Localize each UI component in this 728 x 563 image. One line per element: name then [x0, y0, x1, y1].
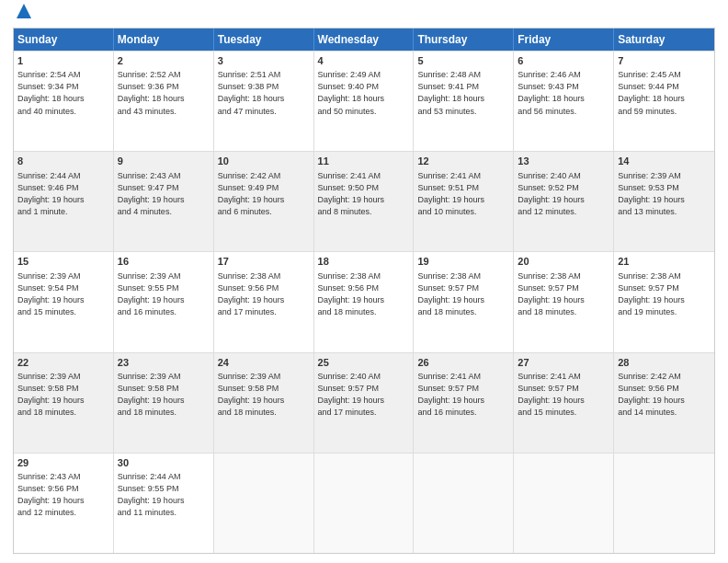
cal-cell-4-0: 29Sunrise: 2:43 AMSunset: 9:56 PMDayligh… — [14, 454, 114, 553]
cal-cell-2-1: 16Sunrise: 2:39 AMSunset: 9:55 PMDayligh… — [114, 252, 214, 351]
header-tuesday: Tuesday — [214, 29, 314, 51]
calendar-body: 1Sunrise: 2:54 AMSunset: 9:34 PMDaylight… — [14, 51, 714, 553]
day-num-2-1: 16 — [118, 255, 210, 269]
cell-text-2-6: Sunrise: 2:38 AMSunset: 9:57 PMDaylight:… — [618, 270, 711, 318]
day-num-3-2: 24 — [218, 356, 310, 370]
cell-text-1-3: Sunrise: 2:41 AMSunset: 9:50 PMDaylight:… — [318, 170, 410, 218]
cal-cell-1-3: 11Sunrise: 2:41 AMSunset: 9:50 PMDayligh… — [314, 152, 415, 251]
cal-cell-2-0: 15Sunrise: 2:39 AMSunset: 9:54 PMDayligh… — [14, 252, 114, 351]
cell-text-3-6: Sunrise: 2:42 AMSunset: 9:56 PMDaylight:… — [618, 371, 711, 419]
cell-text-3-2: Sunrise: 2:39 AMSunset: 9:58 PMDaylight:… — [218, 371, 310, 419]
cal-row-1: 8Sunrise: 2:44 AMSunset: 9:46 PMDaylight… — [14, 151, 714, 251]
cell-text-1-0: Sunrise: 2:44 AMSunset: 9:46 PMDaylight:… — [17, 170, 109, 218]
cal-cell-4-4 — [414, 454, 514, 553]
day-num-2-4: 19 — [417, 255, 509, 269]
cal-cell-4-3 — [314, 454, 415, 553]
cal-cell-1-6: 14Sunrise: 2:39 AMSunset: 9:53 PMDayligh… — [614, 152, 714, 251]
cell-text-0-0: Sunrise: 2:54 AMSunset: 9:34 PMDaylight:… — [17, 69, 109, 117]
cal-cell-0-4: 5Sunrise: 2:48 AMSunset: 9:41 PMDaylight… — [414, 52, 514, 151]
cell-text-2-2: Sunrise: 2:38 AMSunset: 9:56 PMDaylight:… — [218, 270, 310, 318]
cal-cell-0-1: 2Sunrise: 2:52 AMSunset: 9:36 PMDaylight… — [114, 52, 214, 151]
day-num-3-5: 27 — [518, 356, 609, 370]
cal-row-4: 29Sunrise: 2:43 AMSunset: 9:56 PMDayligh… — [14, 453, 714, 553]
cal-cell-3-3: 25Sunrise: 2:40 AMSunset: 9:57 PMDayligh… — [314, 353, 415, 453]
cell-text-0-6: Sunrise: 2:45 AMSunset: 9:44 PMDaylight:… — [618, 69, 711, 117]
day-num-1-1: 9 — [118, 155, 210, 168]
cal-cell-2-2: 17Sunrise: 2:38 AMSunset: 9:56 PMDayligh… — [214, 252, 314, 351]
cal-cell-4-2 — [214, 454, 314, 553]
cell-text-2-1: Sunrise: 2:39 AMSunset: 9:55 PMDaylight:… — [118, 270, 210, 318]
cal-cell-3-4: 26Sunrise: 2:41 AMSunset: 9:57 PMDayligh… — [414, 353, 514, 453]
day-num-0-5: 6 — [518, 54, 609, 68]
cal-cell-3-1: 23Sunrise: 2:39 AMSunset: 9:58 PMDayligh… — [114, 353, 214, 453]
header — [13, 9, 715, 20]
cell-text-2-3: Sunrise: 2:38 AMSunset: 9:56 PMDaylight:… — [318, 270, 410, 318]
cell-text-0-4: Sunrise: 2:48 AMSunset: 9:41 PMDaylight:… — [417, 69, 509, 117]
header-sunday: Sunday — [14, 29, 114, 51]
page: Sunday Monday Tuesday Wednesday Thursday… — [0, 0, 728, 563]
day-num-1-6: 14 — [618, 155, 711, 168]
cell-text-3-1: Sunrise: 2:39 AMSunset: 9:58 PMDaylight:… — [118, 371, 210, 419]
cell-text-2-4: Sunrise: 2:38 AMSunset: 9:57 PMDaylight:… — [417, 270, 509, 318]
day-num-1-4: 12 — [417, 155, 509, 168]
day-num-1-3: 11 — [318, 155, 410, 168]
cal-row-0: 1Sunrise: 2:54 AMSunset: 9:34 PMDaylight… — [14, 51, 714, 151]
cell-text-1-2: Sunrise: 2:42 AMSunset: 9:49 PMDaylight:… — [218, 170, 310, 218]
cell-text-2-5: Sunrise: 2:38 AMSunset: 9:57 PMDaylight:… — [518, 270, 609, 318]
day-num-0-3: 4 — [318, 54, 410, 68]
cal-row-3: 22Sunrise: 2:39 AMSunset: 9:58 PMDayligh… — [14, 352, 714, 453]
day-num-3-0: 22 — [17, 356, 109, 370]
svg-marker-0 — [17, 4, 31, 18]
cal-cell-4-5 — [514, 454, 614, 553]
cal-cell-1-2: 10Sunrise: 2:42 AMSunset: 9:49 PMDayligh… — [214, 152, 314, 251]
cal-cell-1-5: 13Sunrise: 2:40 AMSunset: 9:52 PMDayligh… — [514, 152, 614, 251]
cell-text-4-1: Sunrise: 2:44 AMSunset: 9:55 PMDaylight:… — [118, 471, 210, 519]
cal-cell-1-4: 12Sunrise: 2:41 AMSunset: 9:51 PMDayligh… — [414, 152, 514, 251]
day-num-3-3: 25 — [318, 356, 410, 370]
cal-cell-0-6: 7Sunrise: 2:45 AMSunset: 9:44 PMDaylight… — [614, 52, 714, 151]
cell-text-2-0: Sunrise: 2:39 AMSunset: 9:54 PMDaylight:… — [17, 270, 109, 318]
cal-cell-3-5: 27Sunrise: 2:41 AMSunset: 9:57 PMDayligh… — [514, 353, 614, 453]
day-num-1-0: 8 — [17, 155, 109, 168]
day-num-4-0: 29 — [17, 456, 109, 470]
cell-text-4-0: Sunrise: 2:43 AMSunset: 9:56 PMDaylight:… — [17, 471, 109, 519]
cell-text-0-3: Sunrise: 2:49 AMSunset: 9:40 PMDaylight:… — [318, 69, 410, 117]
day-num-1-5: 13 — [518, 155, 609, 168]
day-num-4-1: 30 — [118, 456, 210, 470]
cal-cell-0-3: 4Sunrise: 2:49 AMSunset: 9:40 PMDaylight… — [314, 52, 415, 151]
cal-cell-0-0: 1Sunrise: 2:54 AMSunset: 9:34 PMDaylight… — [14, 52, 114, 151]
calendar: Sunday Monday Tuesday Wednesday Thursday… — [13, 28, 715, 554]
cell-text-3-3: Sunrise: 2:40 AMSunset: 9:57 PMDaylight:… — [318, 371, 410, 419]
cell-text-3-0: Sunrise: 2:39 AMSunset: 9:58 PMDaylight:… — [17, 371, 109, 419]
calendar-header: Sunday Monday Tuesday Wednesday Thursday… — [14, 29, 714, 51]
cell-text-3-5: Sunrise: 2:41 AMSunset: 9:57 PMDaylight:… — [518, 371, 609, 419]
cal-cell-4-1: 30Sunrise: 2:44 AMSunset: 9:55 PMDayligh… — [114, 454, 214, 553]
day-num-0-2: 3 — [218, 54, 310, 68]
header-wednesday: Wednesday — [314, 29, 415, 51]
cell-text-0-2: Sunrise: 2:51 AMSunset: 9:38 PMDaylight:… — [218, 69, 310, 117]
day-num-0-1: 2 — [118, 54, 210, 68]
header-friday: Friday — [514, 29, 614, 51]
cell-text-1-1: Sunrise: 2:43 AMSunset: 9:47 PMDaylight:… — [118, 170, 210, 218]
cell-text-3-4: Sunrise: 2:41 AMSunset: 9:57 PMDaylight:… — [417, 371, 509, 419]
logo — [13, 9, 33, 20]
cal-cell-1-0: 8Sunrise: 2:44 AMSunset: 9:46 PMDaylight… — [14, 152, 114, 251]
cal-cell-3-0: 22Sunrise: 2:39 AMSunset: 9:58 PMDayligh… — [14, 353, 114, 453]
cal-cell-2-4: 19Sunrise: 2:38 AMSunset: 9:57 PMDayligh… — [414, 252, 514, 351]
day-num-2-2: 17 — [218, 255, 310, 269]
cell-text-1-6: Sunrise: 2:39 AMSunset: 9:53 PMDaylight:… — [618, 170, 711, 218]
day-num-3-6: 28 — [618, 356, 711, 370]
header-thursday: Thursday — [414, 29, 514, 51]
cell-text-0-1: Sunrise: 2:52 AMSunset: 9:36 PMDaylight:… — [118, 69, 210, 117]
day-num-2-6: 21 — [618, 255, 711, 269]
day-num-2-0: 15 — [17, 255, 109, 269]
cal-cell-1-1: 9Sunrise: 2:43 AMSunset: 9:47 PMDaylight… — [114, 152, 214, 251]
header-saturday: Saturday — [614, 29, 714, 51]
cal-cell-2-5: 20Sunrise: 2:38 AMSunset: 9:57 PMDayligh… — [514, 252, 614, 351]
cal-cell-3-6: 28Sunrise: 2:42 AMSunset: 9:56 PMDayligh… — [614, 353, 714, 453]
day-num-1-2: 10 — [218, 155, 310, 168]
day-num-0-0: 1 — [17, 54, 109, 68]
cal-cell-2-6: 21Sunrise: 2:38 AMSunset: 9:57 PMDayligh… — [614, 252, 714, 351]
cal-cell-0-2: 3Sunrise: 2:51 AMSunset: 9:38 PMDaylight… — [214, 52, 314, 151]
cal-cell-2-3: 18Sunrise: 2:38 AMSunset: 9:56 PMDayligh… — [314, 252, 415, 351]
